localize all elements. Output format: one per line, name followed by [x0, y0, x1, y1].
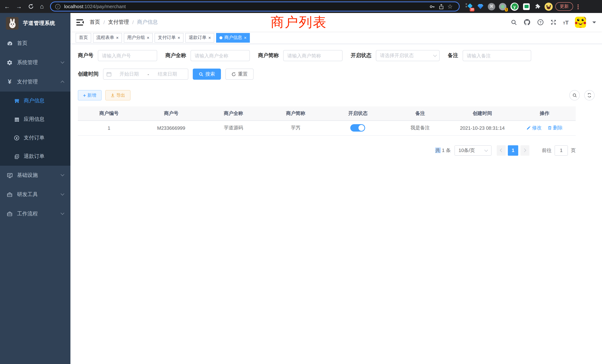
dashboard-icon — [5, 40, 14, 46]
full-name-input[interactable] — [191, 50, 250, 61]
remark-input[interactable] — [463, 50, 531, 61]
extension-y-icon[interactable]: y — [509, 0, 520, 13]
download-icon — [110, 93, 115, 97]
fullscreen-icon[interactable] — [550, 19, 557, 26]
sidebar-item-system[interactable]: 系统管理 — [0, 53, 70, 72]
browser-update-button[interactable]: 更新 — [555, 2, 573, 11]
sidebar-item-infra[interactable]: 基础设施 — [0, 166, 70, 185]
yen-icon: ¥ — [5, 78, 14, 86]
pagination-total: 共 1 条 — [435, 147, 451, 154]
prev-page-button[interactable] — [497, 145, 506, 156]
toggle-search-button[interactable] — [569, 90, 580, 100]
status-select[interactable]: 请选择开启状态 — [376, 50, 440, 61]
col-short-name: 商户简称 — [265, 106, 327, 120]
profile-avatar-emoji[interactable] — [543, 0, 554, 13]
reset-button[interactable]: 重置 — [225, 69, 254, 80]
password-key-icon[interactable] — [428, 2, 437, 11]
tab-pay-order[interactable]: 支付订单× — [155, 33, 183, 43]
sidebar-item-pay-order[interactable]: 支付订单 — [0, 129, 70, 147]
forward-icon[interactable]: → — [14, 0, 24, 13]
sidebar-item-app-info[interactable]: 应用信息 — [0, 110, 70, 129]
url-bar[interactable]: i localhost:1024/pay/merchant ☆ — [50, 1, 460, 11]
extension-gem-icon[interactable] — [475, 0, 486, 13]
github-icon[interactable] — [523, 19, 531, 26]
delete-link[interactable]: 删除 — [548, 125, 563, 131]
start-date-placeholder: 开始日期 — [112, 71, 147, 77]
end-date-placeholder: 结束日期 — [150, 71, 185, 77]
chevron-up-icon — [61, 81, 64, 84]
help-icon[interactable]: ? — [537, 19, 544, 26]
create-time-range-picker[interactable]: 开始日期 - 结束日期 — [103, 69, 188, 80]
extension-command-icon[interactable]: ⌘ — [486, 0, 497, 13]
search-button[interactable]: 搜索 — [193, 69, 221, 80]
home-icon[interactable]: ⌂ — [37, 0, 47, 13]
tab-refund-order[interactable]: 退款订单× — [185, 33, 214, 43]
font-size-icon[interactable]: TT — [563, 19, 569, 25]
close-icon[interactable]: × — [147, 35, 149, 40]
refresh-icon — [231, 72, 236, 76]
status-toggle[interactable] — [351, 124, 365, 132]
share-icon[interactable] — [437, 2, 446, 11]
full-name-label: 商户全称 — [165, 52, 186, 59]
avatar-caret-icon[interactable] — [592, 21, 596, 25]
sidebar-item-label: 基础设施 — [17, 172, 38, 179]
extensions-puzzle-icon[interactable] — [532, 0, 543, 13]
sidebar-item-home[interactable]: 首页 — [0, 34, 70, 53]
edit-link[interactable]: 修改 — [527, 125, 542, 131]
sidebar-item-workflow[interactable]: 工作流程 — [0, 204, 70, 224]
sidebar-item-refund-order[interactable]: 退款订单 — [0, 147, 70, 166]
chevron-right-icon — [523, 149, 526, 152]
refresh-table-button[interactable] — [584, 90, 595, 100]
cell-full-name: 芋道源码 — [202, 120, 265, 135]
col-actions: 操作 — [513, 106, 576, 120]
close-icon[interactable]: × — [244, 35, 247, 40]
browser-toolbar: ← → ⌂ i localhost:1024/pay/merchant ☆ 10… — [0, 0, 602, 13]
col-status: 开启状态 — [327, 106, 389, 120]
monitor-icon — [5, 172, 14, 179]
close-icon[interactable]: × — [178, 35, 180, 40]
close-icon[interactable]: × — [116, 35, 119, 40]
extension-chat-icon[interactable] — [521, 0, 532, 13]
edit-pencil-icon — [527, 126, 531, 130]
col-create-time: 创建时间 — [451, 106, 514, 120]
extension-profile-icon[interactable]: 1 — [497, 0, 508, 13]
goto-page-input[interactable] — [555, 145, 568, 156]
close-icon[interactable]: × — [208, 35, 211, 40]
brand[interactable]: 芋道管理系统 — [0, 13, 70, 34]
tab-merchant-info[interactable]: 商户信息× — [216, 33, 250, 43]
tag-tabs: 首页 流程表单× 用户分组× 支付订单× 退款订单× 商户信息× — [70, 32, 602, 44]
chevron-down-icon — [61, 172, 64, 176]
bookmark-star-icon[interactable]: ☆ — [446, 2, 454, 11]
page-size-select[interactable]: 10条/页 — [454, 145, 492, 156]
tab-process-form[interactable]: 流程表单× — [93, 33, 122, 43]
refresh-icon — [587, 93, 592, 98]
add-button[interactable]: + 新增 — [78, 90, 101, 100]
col-merchant-no: 商户号 — [140, 106, 202, 120]
search-icon[interactable] — [511, 19, 517, 25]
tab-home[interactable]: 首页 — [76, 33, 91, 43]
merchant-no-input[interactable] — [98, 50, 157, 61]
export-button[interactable]: 导出 — [105, 90, 130, 100]
short-name-input[interactable] — [283, 50, 343, 61]
table-row: 1 M233666999 芋道源码 芋艿 我是备注 2021-10-23 08:… — [78, 120, 576, 135]
tab-user-group[interactable]: 用户分组× — [124, 33, 153, 43]
reload-icon[interactable] — [26, 0, 36, 13]
back-icon[interactable]: ← — [2, 0, 12, 13]
site-info-icon[interactable]: i — [55, 4, 60, 9]
page-number-1[interactable]: 1 — [508, 145, 518, 156]
sidebar-collapse-icon[interactable] — [76, 19, 84, 26]
cell-merchant-no: M233666999 — [140, 120, 202, 135]
extension-badge: 1 — [505, 8, 508, 11]
sidebar-item-label: 退款订单 — [24, 153, 44, 160]
sidebar-item-dev-tools[interactable]: 研发工具 — [0, 185, 70, 204]
next-page-button[interactable] — [520, 145, 529, 156]
coin-yen-icon — [13, 135, 21, 141]
sidebar-item-pay[interactable]: ¥ 支付管理 — [0, 72, 70, 92]
browser-menu-icon[interactable] — [575, 3, 580, 10]
breadcrumb-home[interactable]: 首页 — [90, 19, 100, 26]
breadcrumb: 首页 / 支付管理 / 商户信息 — [90, 19, 158, 26]
brand-logo-rabbit — [6, 17, 19, 30]
extension-promo-icon[interactable]: 10 — [464, 0, 474, 13]
user-avatar[interactable] — [575, 17, 586, 28]
sidebar-item-merchant-info[interactable]: 商户信息 — [0, 92, 70, 110]
